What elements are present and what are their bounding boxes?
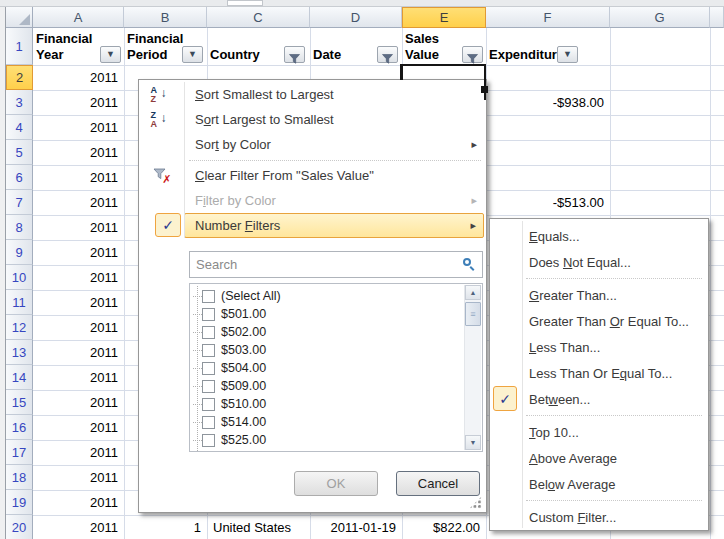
cell-a4[interactable]: 2011 bbox=[33, 115, 124, 140]
column-filter-button-f[interactable]: ▼ bbox=[557, 46, 578, 63]
column-header-d[interactable]: D bbox=[310, 7, 402, 28]
column-header-b[interactable]: B bbox=[124, 7, 207, 28]
cell-a19[interactable]: 2011 bbox=[33, 490, 124, 515]
gridline bbox=[710, 28, 711, 539]
row-header-17[interactable]: 17 bbox=[6, 440, 33, 465]
cell-a14[interactable]: 2011 bbox=[33, 365, 124, 390]
row-header-10[interactable]: 10 bbox=[6, 265, 33, 290]
cancel-button[interactable]: Cancel bbox=[396, 471, 480, 496]
menu-item-clear-filter-from-sales-value[interactable]: ✗Clear Filter From "Sales Value" bbox=[139, 163, 486, 188]
column-filter-button-c[interactable] bbox=[284, 46, 305, 63]
value-item-501-00[interactable]: $501.00 bbox=[190, 305, 463, 323]
value-checkbox-514-00[interactable] bbox=[202, 416, 215, 429]
submenu-item-label: Top 10... bbox=[529, 425, 579, 440]
row-header-8[interactable]: 8 bbox=[6, 215, 33, 240]
row-header-14[interactable]: 14 bbox=[6, 365, 33, 390]
cell-f7[interactable]: -$513.00 bbox=[486, 190, 610, 215]
menu-item-icon-zone: AZ↓ bbox=[139, 82, 184, 107]
submenu-item-icon-zone bbox=[490, 308, 522, 334]
cell-a2[interactable]: 2011 bbox=[33, 65, 124, 90]
column-header-e[interactable]: E bbox=[402, 7, 486, 28]
cell-b20[interactable]: 1 bbox=[124, 515, 207, 539]
scroll-up-button[interactable]: ▲ bbox=[465, 285, 481, 300]
menu-item-label-zone: Sort by Color▸ bbox=[184, 132, 484, 157]
cell-a16[interactable]: 2011 bbox=[33, 415, 124, 440]
cell-c20[interactable]: United States bbox=[207, 515, 310, 539]
column-filter-button-a[interactable]: ▼ bbox=[100, 46, 121, 63]
column-header-c[interactable]: C bbox=[207, 7, 310, 28]
filter-funnel-icon bbox=[382, 50, 393, 60]
menu-item-sort-smallest-to-largest[interactable]: AZ↓Sort Smallest to Largest bbox=[139, 82, 486, 107]
column-header-g[interactable]: G bbox=[610, 7, 710, 28]
row-header-11[interactable]: 11 bbox=[6, 290, 33, 315]
cell-a18[interactable]: 2011 bbox=[33, 465, 124, 490]
menu-item-sort-by-color[interactable]: Sort by Color▸ bbox=[139, 132, 486, 157]
value-checkbox-502-00[interactable] bbox=[202, 326, 215, 339]
row-header-9[interactable]: 9 bbox=[6, 240, 33, 265]
value-checkbox-525-00[interactable] bbox=[202, 434, 215, 447]
menu-item-number-filters[interactable]: ✓Number Filters▸ bbox=[139, 213, 486, 238]
column-header-f[interactable]: F bbox=[486, 7, 610, 28]
cell-f3[interactable]: -$938.00 bbox=[486, 90, 610, 115]
value-checkbox-509-00[interactable] bbox=[202, 380, 215, 393]
value-item-509-00[interactable]: $509.00 bbox=[190, 377, 463, 395]
header-cell-f1[interactable]: Expenditure bbox=[486, 28, 610, 65]
menu-item-sort-largest-to-smallest[interactable]: ZA↓Sort Largest to Smallest bbox=[139, 107, 486, 132]
row-header-13[interactable]: 13 bbox=[6, 340, 33, 365]
search-input[interactable] bbox=[189, 251, 483, 278]
ok-button[interactable]: OK bbox=[294, 471, 378, 496]
cell-a13[interactable]: 2011 bbox=[33, 340, 124, 365]
scroll-down-button[interactable]: ▼ bbox=[465, 435, 481, 450]
cell-a20[interactable]: 2011 bbox=[33, 515, 124, 539]
row-header-3[interactable]: 3 bbox=[6, 90, 33, 115]
cell-a7[interactable]: 2011 bbox=[33, 190, 124, 215]
submenu-item-label: Greater Than Or Equal To... bbox=[529, 314, 689, 329]
scrollbar-thumb[interactable]: ≡ bbox=[465, 302, 481, 326]
value-item-504-00[interactable]: $504.00 bbox=[190, 359, 463, 377]
cell-a3[interactable]: 2011 bbox=[33, 90, 124, 115]
column-filter-button-b[interactable]: ▼ bbox=[182, 46, 203, 63]
row-header-6[interactable]: 6 bbox=[6, 165, 33, 190]
cell-a6[interactable]: 2011 bbox=[33, 165, 124, 190]
value-item-503-00[interactable]: $503.00 bbox=[190, 341, 463, 359]
column-filter-button-d[interactable] bbox=[377, 46, 398, 63]
value-checkbox-504-00[interactable] bbox=[202, 362, 215, 375]
cell-a5[interactable]: 2011 bbox=[33, 140, 124, 165]
value-checkbox-501-00[interactable] bbox=[202, 308, 215, 321]
value-item-510-00[interactable]: $510.00 bbox=[190, 395, 463, 413]
cell-a11[interactable]: 2011 bbox=[33, 290, 124, 315]
column-filter-button-e[interactable] bbox=[462, 46, 483, 63]
row-header-2[interactable]: 2 bbox=[6, 65, 33, 90]
column-header-a[interactable]: A bbox=[33, 7, 124, 28]
row-header-5[interactable]: 5 bbox=[6, 140, 33, 165]
value-checkbox-503-00[interactable] bbox=[202, 344, 215, 357]
cell-a17[interactable]: 2011 bbox=[33, 440, 124, 465]
select-all-corner[interactable] bbox=[6, 7, 33, 28]
list-scrollbar[interactable]: ▲ ≡ ▼ bbox=[464, 285, 481, 450]
row-header-20[interactable]: 20 bbox=[6, 515, 33, 539]
row-header-18[interactable]: 18 bbox=[6, 465, 33, 490]
value-item-select-all[interactable]: (Select All) bbox=[190, 287, 463, 305]
row-header-12[interactable]: 12 bbox=[6, 315, 33, 340]
submenu-item-icon-zone: ✓ bbox=[490, 386, 522, 412]
row-header-16[interactable]: 16 bbox=[6, 415, 33, 440]
cell-a9[interactable]: 2011 bbox=[33, 240, 124, 265]
row-header-19[interactable]: 19 bbox=[6, 490, 33, 515]
value-item-502-00[interactable]: $502.00 bbox=[190, 323, 463, 341]
row-header-4[interactable]: 4 bbox=[6, 115, 33, 140]
cell-a12[interactable]: 2011 bbox=[33, 315, 124, 340]
cell-a10[interactable]: 2011 bbox=[33, 265, 124, 290]
row-header-15[interactable]: 15 bbox=[6, 390, 33, 415]
cell-a8[interactable]: 2011 bbox=[33, 215, 124, 240]
value-item-525-00[interactable]: $525.00 bbox=[190, 431, 463, 449]
cell-d20[interactable]: 2011-01-19 bbox=[310, 515, 402, 539]
resize-grip[interactable] bbox=[469, 496, 482, 509]
row-header-7[interactable]: 7 bbox=[6, 190, 33, 215]
value-checkbox-select-all[interactable] bbox=[202, 290, 215, 303]
menu-item-filter-by-color[interactable]: Filter by Color▸ bbox=[139, 188, 486, 213]
value-checkbox-510-00[interactable] bbox=[202, 398, 215, 411]
cell-a15[interactable]: 2011 bbox=[33, 390, 124, 415]
cell-e20[interactable]: $822.00 bbox=[402, 515, 486, 539]
row-header-1[interactable]: 1 bbox=[6, 28, 33, 65]
value-item-514-00[interactable]: $514.00 bbox=[190, 413, 463, 431]
